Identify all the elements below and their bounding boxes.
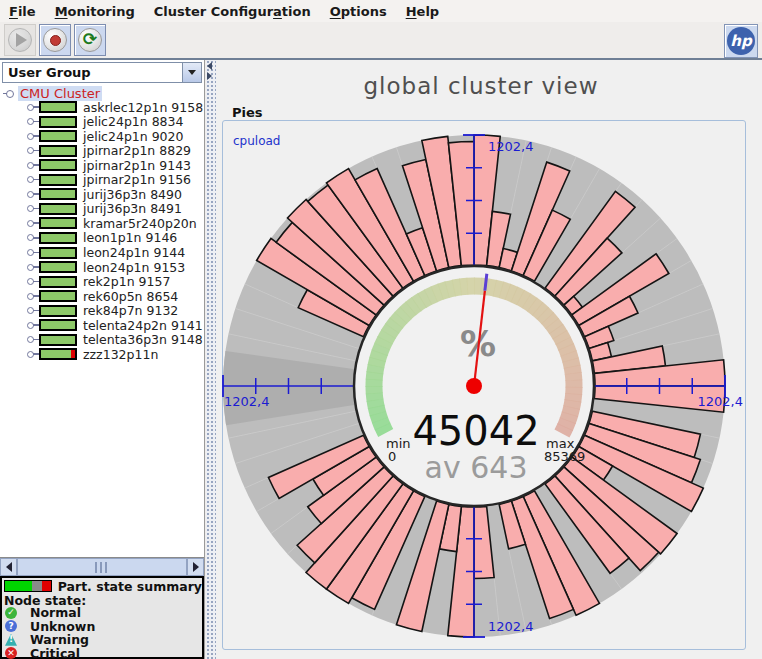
record-button[interactable] bbox=[39, 24, 71, 56]
tree-node-label: telenta24p2n 9141 bbox=[83, 318, 203, 333]
partition-colorbar bbox=[4, 580, 52, 592]
node-state-bar bbox=[39, 232, 77, 244]
play-button[interactable] bbox=[4, 24, 36, 56]
tree-node-handle-icon[interactable] bbox=[27, 162, 34, 169]
node-state-bar bbox=[39, 348, 77, 360]
tree-node-jelic24p1n[interactable]: jelic24p1n 9020 bbox=[0, 129, 183, 143]
tree-node-jurij36p3n[interactable]: jurij36p3n 8491 bbox=[0, 202, 182, 216]
colorbar-segment bbox=[32, 581, 42, 591]
tree-node-handle-icon[interactable] bbox=[27, 147, 34, 154]
tree-node-handle-icon[interactable] bbox=[27, 220, 34, 227]
tree-node-telenta36p3n[interactable]: telenta36p3n 9148 bbox=[0, 333, 203, 347]
splitpane-divider[interactable] bbox=[206, 60, 216, 659]
tree-node-label: leon1p1n 9146 bbox=[83, 230, 177, 245]
svg-text:45042: 45042 bbox=[412, 408, 539, 454]
thumb-grip-icon bbox=[95, 562, 109, 573]
state-label-critical: Critical bbox=[30, 646, 80, 659]
user-group-selector[interactable]: User Group bbox=[2, 62, 202, 83]
tree-node-handle-icon[interactable] bbox=[27, 322, 34, 329]
scroll-right-button[interactable] bbox=[187, 558, 204, 576]
colorbar-segment bbox=[5, 581, 32, 591]
node-state-bar bbox=[39, 159, 77, 171]
node-state-bar bbox=[39, 334, 77, 346]
tree-node-handle-icon[interactable] bbox=[27, 293, 34, 300]
tree-node-rek60p5n[interactable]: rek60p5n 8654 bbox=[0, 289, 178, 303]
tree-node-askrlec12p1n[interactable]: askrlec12p1n 9158 bbox=[0, 100, 203, 114]
tree-node-handle-icon[interactable] bbox=[27, 205, 34, 212]
tree-node-label: jelic24p1n 8834 bbox=[83, 114, 183, 129]
node-state-bar bbox=[39, 188, 77, 200]
menu-monitoring[interactable]: Monitoring bbox=[55, 4, 135, 19]
tree-node-jpirnar2p1n[interactable]: jpirnar2p1n 9143 bbox=[0, 158, 191, 172]
tree-node-handle-icon[interactable] bbox=[27, 191, 34, 198]
tree-node-leon1p1n[interactable]: leon1p1n 9146 bbox=[0, 231, 177, 245]
node-state-bar bbox=[39, 116, 77, 128]
hp-logo-icon: hp bbox=[727, 27, 755, 55]
tree-node-leon24p1n[interactable]: leon24p1n 9153 bbox=[0, 260, 185, 274]
tree-node-handle-icon[interactable] bbox=[27, 176, 34, 183]
scroll-left-button[interactable] bbox=[0, 558, 17, 576]
tree-expand-handle-icon[interactable] bbox=[6, 90, 14, 98]
collapse-right-icon[interactable] bbox=[207, 72, 212, 80]
menu-bar: FileMonitoringCluster ConfigurationOptio… bbox=[0, 0, 762, 22]
node-state-heading: Node state: bbox=[4, 593, 202, 606]
tree-node-leon24p1n[interactable]: leon24p1n 9144 bbox=[0, 246, 185, 260]
tree-node-handle-icon[interactable] bbox=[27, 278, 34, 285]
tree-node-handle-icon[interactable] bbox=[27, 336, 34, 343]
tree-node-zzz132p11n[interactable]: zzz132p11n bbox=[0, 347, 158, 361]
node-state-bar bbox=[39, 174, 77, 186]
menu-cluster-configuration[interactable]: Cluster Configuration bbox=[154, 4, 311, 19]
menu-help[interactable]: Help bbox=[406, 4, 439, 19]
user-group-value: User Group bbox=[3, 63, 182, 82]
tree-node-jelic24p1n[interactable]: jelic24p1n 8834 bbox=[0, 115, 183, 129]
tree-node-handle-icon[interactable] bbox=[27, 104, 34, 111]
combo-dropdown-button[interactable] bbox=[182, 63, 201, 82]
tree-node-handle-icon[interactable] bbox=[27, 351, 34, 358]
refresh-button[interactable]: ⟳ bbox=[74, 24, 106, 56]
hp-logo-button[interactable]: hp bbox=[724, 24, 758, 58]
tree-node-label: rek60p5n 8654 bbox=[83, 289, 178, 304]
tree-node-label: jpirnar2p1n 9156 bbox=[83, 172, 191, 187]
menu-options[interactable]: Options bbox=[330, 4, 387, 19]
node-state-bar bbox=[39, 276, 77, 288]
triangle-right-icon bbox=[193, 562, 199, 572]
collapse-left-icon[interactable] bbox=[207, 62, 212, 70]
tree-node-jpirnar2p1n[interactable]: jpirnar2p1n 9156 bbox=[0, 173, 191, 187]
tree-node-label: jelic24p1n 9020 bbox=[83, 129, 183, 144]
tree-node-kramar5r240p20n[interactable]: kramar5r240p20n bbox=[0, 216, 197, 230]
node-alert-segment bbox=[71, 350, 75, 358]
svg-text:0: 0 bbox=[388, 449, 396, 464]
tree-node-label: zzz132p11n bbox=[83, 347, 158, 362]
node-state-bar bbox=[39, 203, 77, 215]
tree-node-handle-icon[interactable] bbox=[27, 264, 34, 271]
horizontal-scrollbar[interactable] bbox=[0, 557, 204, 576]
tree-node-rek2p1n[interactable]: rek2p1n 9157 bbox=[0, 275, 170, 289]
tree-node-handle-icon[interactable] bbox=[27, 307, 34, 314]
tree-node-handle-icon[interactable] bbox=[27, 133, 34, 140]
tree-node-jpirnar2p1n[interactable]: jpirnar2p1n 8829 bbox=[0, 144, 191, 158]
cpuload-radial-chart: 1202,41202,41202,41202,4%45042av 643min0… bbox=[216, 60, 762, 659]
sidebar: User Group CMU Cluster askrlec12p1n 9158… bbox=[0, 60, 205, 659]
menu-file[interactable]: File bbox=[9, 4, 36, 19]
tree-node-label: rek84p7n 9132 bbox=[83, 303, 178, 318]
node-state-bar bbox=[39, 261, 77, 273]
tree-node-telenta24p2n[interactable]: telenta24p2n 9141 bbox=[0, 318, 203, 332]
tree-node-handle-icon[interactable] bbox=[27, 234, 34, 241]
tree-node-label: telenta36p3n 9148 bbox=[83, 332, 203, 347]
tree-node-rek84p7n[interactable]: rek84p7n 9132 bbox=[0, 304, 178, 318]
tree-node-label: jpirnar2p1n 9143 bbox=[83, 158, 191, 173]
svg-text:av 643: av 643 bbox=[425, 450, 528, 485]
tree-node-label: kramar5r240p20n bbox=[83, 216, 197, 231]
scrollbar-thumb[interactable] bbox=[17, 558, 187, 576]
tree-node-handle-icon[interactable] bbox=[27, 118, 34, 125]
node-state-bar bbox=[39, 319, 77, 331]
tree-node-jurij36p3n[interactable]: jurij36p3n 8490 bbox=[0, 187, 182, 201]
cluster-tree: CMU Cluster askrlec12p1n 9158jelic24p1n … bbox=[0, 84, 204, 557]
tree-node-handle-icon[interactable] bbox=[27, 249, 34, 256]
svg-text:1202,4: 1202,4 bbox=[224, 394, 270, 409]
question-circle-icon: ? bbox=[5, 620, 17, 632]
svg-text:1202,4: 1202,4 bbox=[488, 139, 534, 154]
toolbar: ⟳ bbox=[0, 22, 762, 60]
node-state-bar bbox=[39, 305, 77, 317]
node-state-bar bbox=[39, 247, 77, 259]
